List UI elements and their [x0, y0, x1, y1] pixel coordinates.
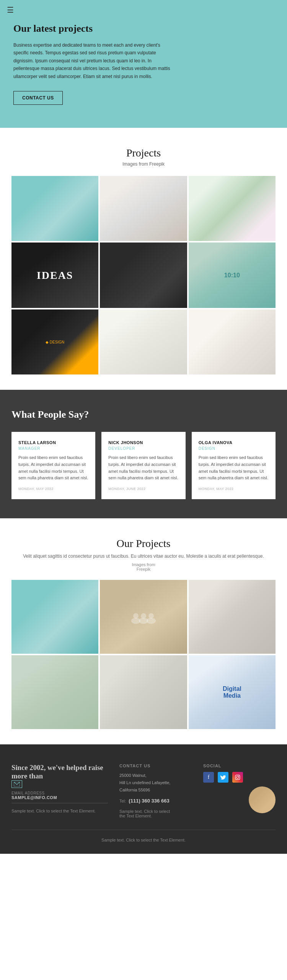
- project-image-books-teal[interactable]: [11, 176, 98, 241]
- footer-divider: [11, 803, 108, 803]
- email-icon: [11, 780, 22, 788]
- social-icons-row: f: [203, 772, 276, 783]
- project-image-bcard-bw[interactable]: [100, 176, 187, 241]
- testimonials-section: What People Say? STELLA LARSON MANAGER P…: [0, 390, 287, 518]
- our-projects-img-source: Images fromFreepik: [11, 562, 276, 571]
- project-image-laptop-ideas[interactable]: IDEAS: [11, 243, 98, 308]
- footer-tagline: Since 2002, we've helped raise more than: [11, 763, 108, 780]
- project-image-card-dark[interactable]: [100, 243, 187, 308]
- our-projects-grid: DigitalMedia: [11, 580, 276, 729]
- our-project-fold[interactable]: [100, 655, 187, 729]
- testimonial-role-1: DEVELOPER: [108, 446, 178, 451]
- footer-contact-label: CONTACT US: [119, 763, 192, 768]
- testimonial-text-0: Proin sed libero enim sed faucibus turpi…: [18, 454, 88, 481]
- project-image-keyboard[interactable]: [189, 309, 276, 374]
- footer-avatar: [249, 786, 276, 813]
- hamburger-menu[interactable]: ☰: [7, 5, 14, 15]
- svg-point-1: [133, 613, 139, 619]
- project-image-design-card[interactable]: ◆ DESIGN: [11, 309, 98, 374]
- testimonial-role-2: DESIGN: [199, 446, 269, 451]
- email-value: SAMPLE@INFO.COM: [11, 795, 108, 800]
- footer-bottom-text: Sample text. Click to select the Text El…: [101, 838, 186, 842]
- svg-rect-7: [235, 775, 240, 780]
- testimonial-name-0: STELLA LARSON: [18, 440, 88, 445]
- project-image-phone[interactable]: 10:10: [189, 243, 276, 308]
- social-facebook-icon[interactable]: f: [203, 772, 214, 783]
- footer: Since 2002, we've helped raise more than…: [0, 744, 287, 854]
- svg-point-8: [236, 776, 239, 778]
- projects-title: Projects: [11, 147, 276, 159]
- testimonial-date-2: MONDAY, MAY 2022: [199, 487, 269, 491]
- footer-social-label: SOCIAL: [203, 763, 276, 768]
- projects-subtitle: Images from Freepik: [11, 161, 276, 167]
- tel-value: (111) 360 336 663: [129, 798, 169, 804]
- testimonial-date-0: MONDAY, MAY 2022: [18, 487, 88, 491]
- our-projects-section: Our Projects Velit aliquet sagittis id c…: [0, 518, 287, 745]
- footer-address: 25000 Walnut,Hill Ln undefined Lafayette…: [119, 772, 192, 793]
- testimonial-role-0: MANAGER: [18, 446, 88, 451]
- project-image-book-colorful[interactable]: [189, 176, 276, 241]
- our-projects-title: Our Projects: [11, 537, 276, 550]
- footer-grid: Since 2002, we've helped raise more than…: [11, 763, 276, 818]
- tel-label: Tel:: [119, 799, 126, 803]
- our-project-books[interactable]: [11, 580, 98, 654]
- hero-description: Business expertise and dedicated teams t…: [13, 41, 174, 80]
- svg-point-5: [148, 613, 154, 619]
- testimonials-grid: STELLA LARSON MANAGER Proin sed libero e…: [11, 432, 276, 499]
- svg-point-9: [238, 776, 239, 777]
- footer-sample-text-1: Sample text. Click to select the Text El…: [11, 809, 108, 813]
- footer-col-left: Since 2002, we've helped raise more than…: [11, 763, 108, 818]
- testimonial-name-1: NICK JHONSON: [108, 440, 178, 445]
- testimonial-card-0: STELLA LARSON MANAGER Proin sed libero e…: [11, 432, 95, 499]
- social-twitter-icon[interactable]: [218, 772, 228, 783]
- footer-bottom: Sample text. Click to select the Text El…: [11, 830, 276, 842]
- hero-title: Our latest projects: [13, 23, 274, 34]
- svg-point-4: [147, 618, 156, 624]
- footer-tel: Tel: (111) 360 336 663: [119, 798, 192, 804]
- our-projects-desc: Velit aliquet sagittis id consectetur pu…: [11, 553, 276, 560]
- footer-col-middle: CONTACT US 25000 Walnut,Hill Ln undefine…: [119, 763, 192, 818]
- testimonial-card-2: OLGA IVANOVA DESIGN Proin sed libero eni…: [192, 432, 276, 499]
- footer-col-right: SOCIAL f: [203, 763, 276, 818]
- svg-point-3: [141, 613, 146, 619]
- testimonial-date-1: MONDAY, JUNE 2022: [108, 487, 178, 491]
- testimonial-text-1: Proin sed libero enim sed faucibus turpi…: [108, 454, 178, 481]
- our-project-bag[interactable]: [11, 655, 98, 729]
- our-project-digital[interactable]: DigitalMedia: [189, 655, 276, 729]
- testimonials-title: What People Say?: [11, 409, 276, 420]
- our-project-bcard[interactable]: [189, 580, 276, 654]
- social-instagram-icon[interactable]: [232, 772, 243, 783]
- testimonial-card-1: NICK JHONSON DEVELOPER Proin sed libero …: [101, 432, 185, 499]
- testimonial-name-2: OLGA IVANOVA: [199, 440, 269, 445]
- project-image-desk-lamp[interactable]: [100, 309, 187, 374]
- projects-section: Projects Images from Freepik IDEAS 10:10…: [0, 128, 287, 390]
- contact-us-button[interactable]: CONTACT US: [13, 91, 63, 105]
- our-project-team[interactable]: [100, 580, 187, 654]
- projects-grid: IDEAS 10:10 ◆ DESIGN: [11, 176, 276, 374]
- email-label: EMAIL ADDRESS: [11, 791, 108, 795]
- hero-section: Our latest projects Business expertise a…: [0, 0, 287, 128]
- testimonial-text-2: Proin sed libero enim sed faucibus turpi…: [199, 454, 269, 481]
- footer-sample-text-2: Sample text. Click to selectthe Text Ele…: [119, 809, 192, 818]
